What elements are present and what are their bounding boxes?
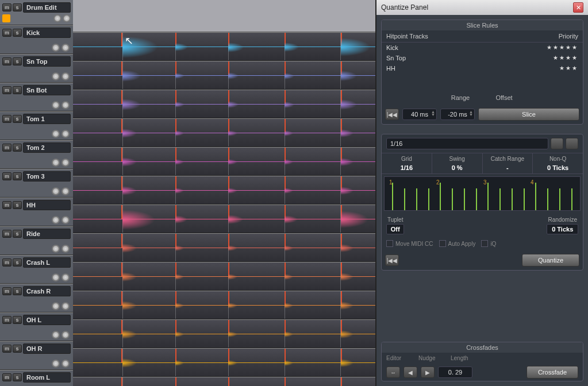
mute-button[interactable]: m (2, 144, 11, 152)
monitor-button[interactable] (62, 101, 70, 109)
swing-param[interactable]: Swing 0 % (432, 153, 483, 173)
panel-titlebar[interactable]: Quantize Panel ✕ (376, 0, 588, 15)
solo-button[interactable]: s (13, 316, 22, 324)
crossfade-button[interactable]: Crossfade (526, 366, 578, 379)
track-row[interactable]: m s Tom 1 (0, 111, 73, 140)
mute-button[interactable]: m (2, 316, 11, 324)
hitpoint-row[interactable]: HH★★★ (382, 63, 583, 74)
track-name[interactable]: Room L (23, 372, 71, 383)
monitor-button[interactable] (62, 302, 70, 310)
preset-delete-button[interactable] (566, 138, 578, 149)
tuplet-param[interactable]: Tuplet Off (386, 215, 404, 234)
mute-button[interactable]: m (2, 3, 11, 11)
waveform-track[interactable] (73, 262, 375, 291)
mute-button[interactable]: m (2, 29, 11, 37)
record-button[interactable] (52, 216, 60, 224)
monitor-button[interactable] (62, 187, 70, 195)
grid-visualization[interactable]: 1234 (384, 176, 581, 211)
solo-button[interactable]: s (13, 29, 22, 37)
track-name[interactable]: Crash L (23, 257, 71, 268)
solo-button[interactable]: s (13, 373, 22, 381)
track-row[interactable]: m s Tom 2 (0, 140, 73, 169)
slice-button[interactable]: Slice (478, 108, 579, 121)
close-button[interactable]: ✕ (573, 2, 583, 13)
waveform-track[interactable] (73, 348, 375, 377)
waveform-track[interactable] (73, 233, 375, 262)
timeline-ruler[interactable] (73, 0, 375, 32)
mute-button[interactable]: m (2, 201, 11, 209)
solo-button[interactable]: s (13, 57, 22, 65)
monitor-button[interactable] (62, 331, 70, 339)
track-row[interactable]: m s Sn Top (0, 54, 73, 83)
mute-button[interactable]: m (2, 86, 11, 94)
track-name[interactable]: Sn Top (23, 56, 71, 67)
length-field[interactable]: 0. 29 (438, 366, 472, 378)
track-name[interactable]: Ride (23, 229, 71, 239)
quantize-button[interactable]: Quantize (522, 254, 579, 267)
record-button[interactable] (52, 101, 60, 109)
mute-button[interactable]: m (2, 172, 11, 180)
waveform-track[interactable] (73, 319, 375, 348)
offset-field[interactable]: -20 ms▲▼ (440, 109, 475, 120)
track-row[interactable]: m s Ride (0, 226, 73, 255)
monitor-button[interactable] (62, 273, 70, 281)
track-name[interactable]: Tom 2 (23, 142, 71, 153)
randomize-param[interactable]: Randomize 0 Ticks (547, 215, 578, 234)
record-button[interactable] (52, 44, 60, 52)
track-name[interactable]: Kick (23, 28, 71, 38)
track-row[interactable]: m s HH (0, 198, 73, 226)
solo-button[interactable]: s (13, 230, 22, 238)
mute-button[interactable]: m (2, 287, 11, 295)
hitpoint-row[interactable]: Kick★★★★★ (382, 43, 583, 53)
monitor-button[interactable] (63, 14, 71, 22)
track-row[interactable]: m s Kick (0, 25, 73, 54)
track-name[interactable]: OH R (23, 343, 71, 354)
record-button[interactable] (53, 14, 62, 22)
mute-button[interactable]: m (2, 373, 11, 381)
hitpoint-row[interactable]: Sn Top★★★★ (382, 53, 583, 63)
waveform-track[interactable] (73, 32, 375, 61)
waveform-track[interactable] (73, 118, 375, 147)
mute-button[interactable]: m (2, 230, 11, 238)
nudge-right-button[interactable]: ▶ (421, 366, 435, 378)
auto-apply-checkbox[interactable]: Auto Apply (439, 240, 476, 247)
solo-button[interactable]: s (13, 172, 22, 180)
waveform-track[interactable] (73, 176, 375, 204)
track-name[interactable]: HH (23, 200, 71, 210)
monitor-button[interactable] (62, 245, 70, 253)
track-name[interactable]: OH L (23, 315, 71, 325)
monitor-button[interactable] (62, 72, 70, 80)
record-button[interactable] (52, 360, 60, 368)
mute-button[interactable]: m (2, 115, 11, 123)
monitor-button[interactable] (62, 130, 70, 138)
track-name[interactable]: Sn Bot (23, 85, 71, 95)
record-button[interactable] (52, 331, 60, 339)
waveform-track[interactable] (73, 61, 375, 90)
solo-button[interactable]: s (13, 201, 22, 209)
nonq-param[interactable]: Non-Q 0 Ticks (533, 153, 583, 173)
solo-button[interactable]: s (13, 345, 22, 353)
expand-button[interactable] (2, 14, 10, 22)
solo-button[interactable]: s (13, 258, 22, 267)
waveform-track[interactable] (73, 90, 375, 118)
waveform-track[interactable] (73, 147, 375, 176)
solo-button[interactable]: s (13, 287, 22, 295)
folder-title[interactable]: Drum Edit (23, 2, 71, 13)
solo-button[interactable]: s (13, 144, 22, 152)
solo-button[interactable]: s (13, 3, 22, 11)
preset-save-button[interactable] (551, 138, 563, 149)
move-midi-checkbox[interactable]: Move MIDI CC (386, 240, 433, 247)
record-button[interactable] (52, 302, 60, 310)
reset-quantize-button[interactable]: |◀◀ (385, 254, 399, 266)
mute-button[interactable]: m (2, 57, 11, 65)
editor-button[interactable]: ↔ (386, 366, 400, 378)
track-row[interactable]: m s Crash L (0, 255, 73, 284)
mute-button[interactable]: m (2, 345, 11, 353)
monitor-button[interactable] (62, 216, 70, 224)
iq-checkbox[interactable]: iQ (481, 240, 496, 247)
record-button[interactable] (52, 273, 60, 281)
waveform-track[interactable] (73, 291, 375, 319)
grid-param[interactable]: Grid 1/16 (382, 153, 432, 173)
monitor-button[interactable] (62, 360, 70, 368)
waveform-track[interactable] (73, 204, 375, 233)
